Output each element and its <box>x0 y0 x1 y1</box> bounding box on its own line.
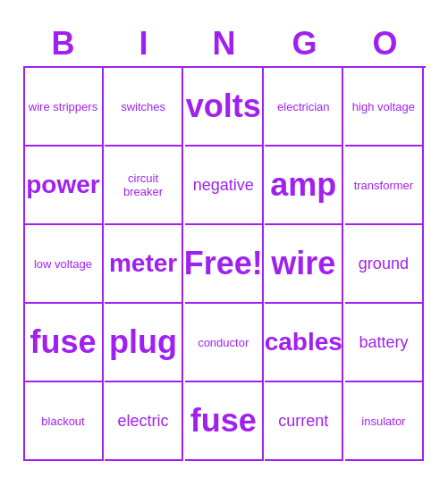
bingo-cell-17: conductor <box>185 304 264 382</box>
header-letter-O: O <box>346 25 425 63</box>
bingo-cell-18: cables <box>265 304 343 382</box>
bingo-cell-3: electrician <box>265 68 343 147</box>
header-letter-I: I <box>105 25 183 63</box>
bingo-cell-6: circuit breaker <box>105 147 183 225</box>
bingo-cell-23: current <box>265 382 343 461</box>
bingo-cell-7: negative <box>185 147 264 225</box>
bingo-cell-22: fuse <box>185 382 264 461</box>
bingo-cell-0: wire strippers <box>25 68 104 147</box>
bingo-cell-20: blackout <box>25 382 104 461</box>
header-letter-G: G <box>266 25 344 63</box>
bingo-cell-9: transformer <box>345 147 424 225</box>
bingo-cell-21: electric <box>105 382 183 461</box>
bingo-cell-15: fuse <box>25 304 104 382</box>
header-letter-B: B <box>24 25 103 63</box>
bingo-cell-14: ground <box>345 225 424 304</box>
bingo-cell-19: battery <box>345 304 424 382</box>
bingo-cell-10: low voltage <box>25 225 104 304</box>
bingo-grid: wire strippersswitchesvoltselectricianhi… <box>23 66 426 461</box>
bingo-cell-1: switches <box>105 68 183 147</box>
bingo-cell-13: wire <box>265 225 343 304</box>
bingo-cell-4: high voltage <box>345 68 424 147</box>
bingo-cell-5: power <box>25 147 104 225</box>
bingo-cell-24: insulator <box>345 382 424 461</box>
bingo-header: BINGO <box>23 25 426 63</box>
bingo-cell-2: volts <box>185 68 264 147</box>
bingo-cell-12: Free! <box>185 225 264 304</box>
bingo-cell-11: meter <box>105 225 183 304</box>
bingo-cell-16: plug <box>105 304 183 382</box>
bingo-cell-8: amp <box>265 147 343 225</box>
bingo-card: BINGO wire strippersswitchesvoltselectri… <box>14 16 435 470</box>
header-letter-N: N <box>185 25 264 63</box>
